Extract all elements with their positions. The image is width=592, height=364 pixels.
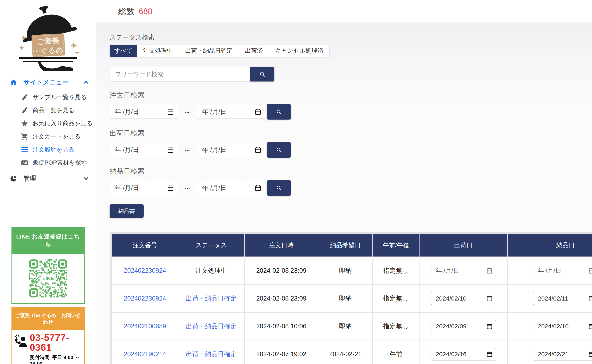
am-pm: 指定無し xyxy=(373,285,419,312)
order-status: 出荷・納品日確定 xyxy=(186,323,237,330)
calendar-icon[interactable] xyxy=(167,185,174,191)
date-to-input[interactable]: 年 /月/日 xyxy=(197,181,265,195)
order-datetime: 2024-02-08 23:09 xyxy=(245,285,318,312)
sidebar-menu-item[interactable]: 商品一覧を見る xyxy=(0,104,96,117)
contact-phone-number[interactable]: 03-5777-0361 xyxy=(30,333,82,352)
sidebar-menu-item[interactable]: 注文履歴を見る xyxy=(0,143,96,156)
line-signup-header: LINE お友達登録はこちら xyxy=(12,228,84,254)
sidebar-menu-item[interactable]: Ad 販促POP素材を探す xyxy=(0,156,96,169)
calendar-icon[interactable] xyxy=(486,295,493,302)
calendar-icon[interactable] xyxy=(167,109,174,115)
pie-chart-icon xyxy=(10,175,17,182)
status-search-label: ステータス検索 xyxy=(110,33,592,42)
calendar-icon[interactable] xyxy=(588,323,592,330)
calendar-icon[interactable] xyxy=(255,147,261,153)
calendar-icon[interactable] xyxy=(486,267,493,274)
contact-box: ご褒美 The ぐるめ お問い合わせ 03-5777-0361 受付時間 平日 … xyxy=(12,307,85,364)
calendar-icon[interactable] xyxy=(486,323,493,330)
sidebar-admin-header[interactable]: 管理 xyxy=(0,173,96,184)
order-status: 注文処理中 xyxy=(195,267,227,274)
date-search-section: 出荷日検索 年 /月/日 ～ 年 /月/日 xyxy=(110,129,592,158)
sidebar-nav: サンプル一覧を見る 商品一覧を見る xyxy=(0,91,96,169)
date-from-input[interactable]: 年 /月/日 xyxy=(110,181,178,195)
orders-table-column-header: 納品日 xyxy=(508,234,592,257)
line-signup-box: LINE お友達登録はこちら LINE xyxy=(12,227,85,304)
order-number-link[interactable]: 202402100659 xyxy=(124,323,166,330)
orders-table-column-header: 納品希望日 xyxy=(318,234,372,257)
sidebar-menu-item-label: 販促POP素材を探す xyxy=(33,159,87,167)
order-row: 202402230924 注文処理中 2024-02-08 23:09 即納 指… xyxy=(112,257,592,284)
calendar-icon[interactable] xyxy=(486,351,493,358)
sidebar-menu-item-label: サンプル一覧を見る xyxy=(33,93,87,101)
svg-text:ぐるめ: ぐるめ xyxy=(40,46,64,55)
status-tab[interactable]: すべて xyxy=(110,45,137,57)
date-search-button[interactable] xyxy=(267,180,291,196)
order-status: 出荷・納品日確定 xyxy=(186,295,237,302)
search-icon xyxy=(276,147,282,153)
calendar-icon[interactable] xyxy=(588,351,592,358)
contact-box-header: ご褒美 The ぐるめ お問い合わせ xyxy=(12,308,84,330)
sidebar-menu-item[interactable]: お気に入り商品を見る xyxy=(0,117,96,130)
delivery-date-input[interactable]: 2024/02/21 xyxy=(533,348,592,361)
sidebar-menu-item-label: 商品一覧を見る xyxy=(33,106,74,114)
order-row: 202402230924 出荷・納品日確定 2024-02-08 23:09 即… xyxy=(112,285,592,312)
status-tab[interactable]: 注文処理中 xyxy=(137,45,179,57)
svg-text:The: The xyxy=(36,49,41,53)
calendar-icon[interactable] xyxy=(167,147,174,153)
calendar-icon[interactable] xyxy=(255,185,261,191)
ship-date-input[interactable]: 2024/02/09 xyxy=(431,320,496,333)
search-and-results: ステータス検索 すべて 注文処理中 出荷・納品日確定 出荷済 キャンセル処理済 xyxy=(96,23,592,364)
chevron-down-icon[interactable] xyxy=(83,176,89,182)
desired-delivery-date: 即納 xyxy=(318,313,372,340)
ship-date-input[interactable]: 2024/02/10 xyxy=(431,292,496,305)
calendar-icon[interactable] xyxy=(255,109,261,115)
date-from-input[interactable]: 年 /月/日 xyxy=(110,143,178,157)
am-pm: 指定無し xyxy=(373,257,419,284)
sidebar-menu-item[interactable]: サンプル一覧を見る xyxy=(0,91,96,104)
order-number-link[interactable]: 202402190214 xyxy=(124,351,166,358)
status-tab[interactable]: キャンセル処理済 xyxy=(269,45,329,57)
calendar-icon[interactable] xyxy=(588,267,592,274)
date-search-button[interactable] xyxy=(267,104,291,120)
total-count-value: 688 xyxy=(139,7,152,16)
phone-operator-icon xyxy=(14,334,28,348)
ship-date-input[interactable]: 年 /月/日 xyxy=(431,264,496,277)
freeword-search-input[interactable] xyxy=(110,67,250,81)
ship-date-input[interactable]: 2024/02/16 xyxy=(431,348,496,361)
freeword-search-button[interactable] xyxy=(250,67,274,81)
orders-table-column-header: 注文番号 xyxy=(112,234,178,257)
sidebar-menu-header[interactable]: サイトメニュー xyxy=(0,76,96,88)
desired-delivery-date: 即納 xyxy=(318,285,372,312)
orders-table-column-header: ステータス xyxy=(178,234,244,257)
app-root: ご褒美 The ぐるめ サイトメニュー xyxy=(0,0,592,364)
date-from-input[interactable]: 年 /月/日 xyxy=(110,105,178,119)
delivery-date-input[interactable]: 2024/02/10 xyxy=(533,320,592,333)
chevron-up-icon[interactable] xyxy=(83,79,89,85)
order-row: 202402100659 出荷・納品日確定 2024-02-08 10:06 即… xyxy=(112,313,592,340)
cloche-logo-icon: ご褒美 The ぐるめ xyxy=(12,3,84,71)
sidebar-menu-item-label: 注文履歴を見る xyxy=(33,146,74,154)
total-count-label: 総数 xyxy=(118,6,135,17)
delivery-date-input[interactable]: 2024/02/11 xyxy=(533,292,592,305)
sidebar-menu-item[interactable]: 注文カートを見る xyxy=(0,130,96,143)
status-tab[interactable]: 出荷済 xyxy=(239,45,269,57)
svg-text:LINE: LINE xyxy=(42,276,54,281)
date-search-button[interactable] xyxy=(267,142,291,158)
range-separator: ～ xyxy=(184,145,191,155)
date-to-input[interactable]: 年 /月/日 xyxy=(197,143,265,157)
order-number-link[interactable]: 202402230924 xyxy=(124,267,166,274)
calendar-icon[interactable] xyxy=(588,295,592,302)
order-status: 出荷・納品日確定 xyxy=(186,351,237,358)
delivery-date-input[interactable]: 年 /月/日 xyxy=(533,264,592,277)
search-icon xyxy=(276,185,282,191)
delivery-note-button[interactable]: 納品書 xyxy=(110,204,144,218)
cart-icon xyxy=(21,133,28,140)
brand-logo: ご褒美 The ぐるめ xyxy=(12,3,84,71)
orders-table-column-header: 午前/午後 xyxy=(373,234,419,257)
status-tab[interactable]: 出荷・納品日確定 xyxy=(179,45,239,57)
date-to-input[interactable]: 年 /月/日 xyxy=(197,105,265,119)
orders-table: 注文番号 ステータス 注文日時 納品希望日 午前/午後 出荷日 xyxy=(112,234,592,364)
desired-delivery-date: 2024-02-21 xyxy=(318,340,372,364)
order-number-link[interactable]: 202402230924 xyxy=(124,295,166,302)
star-icon xyxy=(21,120,28,127)
